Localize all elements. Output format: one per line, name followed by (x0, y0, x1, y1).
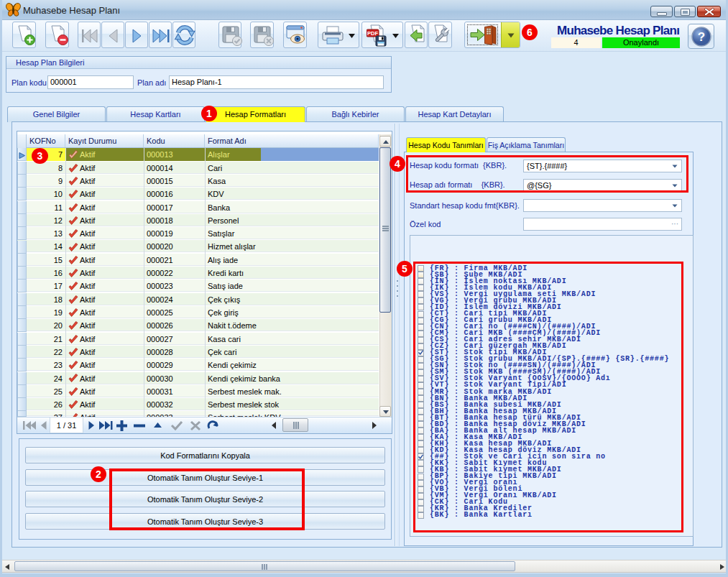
svg-text:PDF: PDF (367, 30, 378, 37)
svg-text:?: ? (698, 30, 705, 44)
